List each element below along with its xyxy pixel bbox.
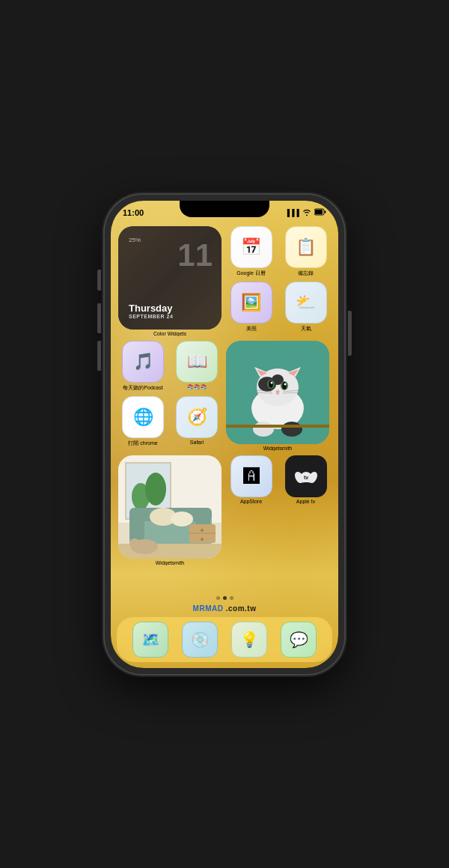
icon-row-2a: 📅 Google 日曆 📋 備忘錄 xyxy=(226,226,331,277)
svg-point-15 xyxy=(282,382,287,389)
calendar-widget-label: Color Widgets xyxy=(153,331,186,336)
dock: 🗺️ 💿 💡 💬 xyxy=(117,617,332,662)
podcast-icon[interactable]: 🎵 xyxy=(122,341,164,383)
watermark-domain: .com.tw xyxy=(223,604,256,613)
notes-icon[interactable]: 📋 xyxy=(285,226,327,268)
room-image xyxy=(118,455,222,559)
books-wrap[interactable]: 📖 📚📚📚 xyxy=(172,341,222,392)
svg-rect-34 xyxy=(129,514,144,540)
appstore-wrap[interactable]: 🅰 AppStore xyxy=(226,455,276,504)
appstore-appletv-row: 🅰 AppStore tv xyxy=(226,455,331,504)
svg-rect-1 xyxy=(315,210,323,214)
podcast-wrap[interactable]: 🎵 每天聽的Podcast xyxy=(118,341,168,392)
svg-rect-25 xyxy=(226,425,329,428)
power-button xyxy=(348,311,352,356)
google-calendar-icon[interactable]: 📅 xyxy=(230,226,272,268)
messages-wrap[interactable]: 💬 xyxy=(274,622,323,658)
battery-icon xyxy=(314,208,326,217)
svg-point-44 xyxy=(201,538,204,541)
chrome-label: 打開 chrome xyxy=(128,440,157,447)
google-calendar-label: Google 日曆 xyxy=(236,270,266,277)
maps-wrap[interactable]: 🗺️ xyxy=(126,622,175,658)
cat-widget[interactable] xyxy=(226,341,329,444)
volume-down-button xyxy=(97,341,101,371)
cat-widget-label: Widgetsmith xyxy=(263,446,293,451)
appstore-label: AppStore xyxy=(240,499,262,504)
dot-2 xyxy=(223,596,227,600)
mute-button xyxy=(97,270,101,291)
watermark-brand: MRMAD xyxy=(193,604,224,613)
svg-point-23 xyxy=(253,422,274,437)
room-widget[interactable] xyxy=(118,455,222,559)
room-widget-wrap[interactable]: Widgetsmith xyxy=(118,455,222,565)
svg-point-43 xyxy=(201,529,204,532)
right-icons-col: 📅 Google 日曆 📋 備忘錄 xyxy=(226,226,331,333)
svg-point-31 xyxy=(145,473,166,506)
weather-wrap[interactable]: ⛅ 天氣 xyxy=(281,282,331,333)
calendar-widget-wrap[interactable]: 25% 11 Thursday SEPTEMBER 24 Color Widge… xyxy=(118,226,222,336)
safari-label: Safari xyxy=(190,440,204,445)
svg-point-17 xyxy=(284,383,287,385)
meitu-wrap[interactable]: 🖼️ 美照 xyxy=(226,282,276,333)
row-3: Widgetsmith 🅰 AppStore xyxy=(118,455,331,565)
notch xyxy=(180,201,269,217)
signal-icon: ▐▐▐ xyxy=(285,209,299,216)
notes-wrap[interactable]: 📋 備忘錄 xyxy=(281,226,331,277)
appletv-label: Apple tv xyxy=(296,499,315,504)
volume-up-button xyxy=(97,303,101,333)
status-icons: ▐▐▐ xyxy=(285,208,326,217)
books-label: 📚📚📚 xyxy=(187,384,207,390)
podcast-label: 每天聽的Podcast xyxy=(123,384,162,392)
svg-point-40 xyxy=(129,538,140,549)
books-icon[interactable]: 📖 xyxy=(176,341,218,383)
appletv-wrap[interactable]: tv Apple tv xyxy=(281,455,331,504)
safari-icon[interactable]: 🧭 xyxy=(176,396,218,438)
chrome-safari-row: 🌐 打開 chrome 🧭 Safari xyxy=(118,396,222,447)
cat-widget-wrap[interactable]: Widgetsmith xyxy=(226,341,329,451)
meitu-icon[interactable]: 🖼️ xyxy=(230,282,272,324)
left-col-row2: 🎵 每天聽的Podcast 📖 📚📚📚 xyxy=(118,341,222,447)
brain-icon[interactable]: 💡 xyxy=(231,622,267,658)
safari-wrap[interactable]: 🧭 Safari xyxy=(172,396,222,447)
phone-screen: 11:00 ▐▐▐ xyxy=(111,201,338,668)
page-dots xyxy=(111,593,338,603)
home-content: 25% 11 Thursday SEPTEMBER 24 Color Widge… xyxy=(111,222,338,593)
svg-text:tv: tv xyxy=(303,475,308,480)
notes-label: 備忘錄 xyxy=(298,270,314,277)
maps-icon[interactable]: 🗺️ xyxy=(132,622,168,658)
room-widget-label: Widgetsmith xyxy=(156,560,185,565)
month-day-text: SEPTEMBER 24 xyxy=(129,314,211,319)
brain-wrap[interactable]: 💡 xyxy=(224,622,274,658)
dot-1 xyxy=(216,596,220,600)
svg-point-16 xyxy=(271,381,273,383)
vinyl-icon[interactable]: 💿 xyxy=(182,622,218,658)
row-2: 🎵 每天聽的Podcast 📖 📚📚📚 xyxy=(118,341,331,451)
dot-3 xyxy=(230,596,233,600)
row-1: 25% 11 Thursday SEPTEMBER 24 Color Widge… xyxy=(118,226,331,336)
status-time: 11:00 xyxy=(123,208,144,217)
vinyl-wrap[interactable]: 💿 xyxy=(175,622,224,658)
day-name-text: Thursday xyxy=(129,303,211,314)
appletv-icon[interactable]: tv xyxy=(285,455,327,497)
chrome-wrap[interactable]: 🌐 打開 chrome xyxy=(118,396,168,447)
appstore-apple-col: 🅰 AppStore tv xyxy=(226,455,331,504)
cat-image xyxy=(226,341,329,444)
home-screen: 11:00 ▐▐▐ xyxy=(111,201,338,668)
chrome-icon[interactable]: 🌐 xyxy=(122,396,164,438)
weather-label: 天氣 xyxy=(301,325,311,333)
wifi-icon xyxy=(302,208,311,217)
podcast-books-row: 🎵 每天聽的Podcast 📖 📚📚📚 xyxy=(118,341,222,392)
messages-icon[interactable]: 💬 xyxy=(281,622,317,658)
big-date-text: 11 xyxy=(177,240,213,271)
appstore-icon[interactable]: 🅰 xyxy=(230,455,272,497)
calendar-widget[interactable]: 25% 11 Thursday SEPTEMBER 24 xyxy=(118,226,222,330)
phone-frame: 11:00 ▐▐▐ xyxy=(105,195,344,674)
icon-row-2b: 🖼️ 美照 ⛅ 天氣 xyxy=(226,282,331,333)
svg-point-24 xyxy=(281,422,302,437)
meitu-label: 美照 xyxy=(246,325,257,333)
svg-point-13 xyxy=(269,380,273,388)
google-calendar-wrap[interactable]: 📅 Google 日曆 xyxy=(226,226,276,277)
svg-point-37 xyxy=(171,512,193,526)
svg-rect-2 xyxy=(325,210,326,213)
weather-icon[interactable]: ⛅ xyxy=(285,282,327,324)
